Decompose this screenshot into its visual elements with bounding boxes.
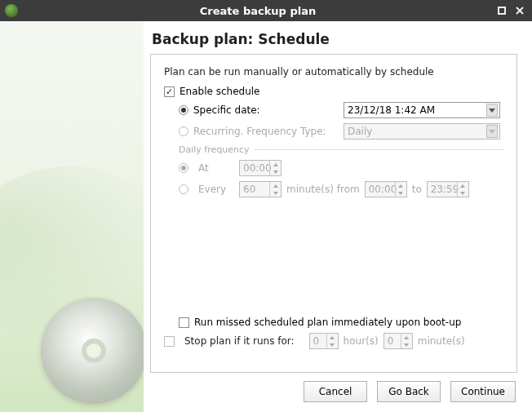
spinner-buttons xyxy=(457,182,468,197)
frequency-type-field: Daily xyxy=(344,123,500,140)
spinner-buttons xyxy=(269,161,281,175)
every-value: 60 xyxy=(240,184,269,195)
stop-hours-value: 0 xyxy=(310,335,326,347)
spinner-buttons xyxy=(269,182,281,197)
schedule-panel: Plan can be run manually or automaticall… xyxy=(150,54,517,373)
every-radio xyxy=(179,184,188,194)
every-unit-label: minute(s) from xyxy=(286,184,360,195)
close-button[interactable] xyxy=(512,3,527,18)
recurring-radio[interactable] xyxy=(179,126,188,136)
svg-rect-0 xyxy=(499,7,505,14)
page-title: Backup plan: Schedule xyxy=(150,31,517,47)
at-radio xyxy=(179,163,188,173)
specific-date-field[interactable]: 23/12/18 1:42 AM xyxy=(344,102,500,118)
stop-minutes-label: minute(s) xyxy=(418,335,465,347)
spinner-buttons xyxy=(395,182,406,197)
app-icon xyxy=(5,4,18,17)
enable-schedule-checkbox[interactable] xyxy=(164,86,175,97)
run-missed-checkbox[interactable] xyxy=(179,317,189,328)
titlebar: Create backup plan xyxy=(0,0,532,21)
every-value-spinner: 60 xyxy=(239,181,282,197)
continue-button[interactable]: Continue xyxy=(450,381,516,402)
every-from-spinner: 00:00 xyxy=(365,181,407,197)
specific-date-radio[interactable] xyxy=(179,105,188,115)
every-to-value: 23:59 xyxy=(428,184,457,195)
spinner-buttons xyxy=(401,334,412,348)
specific-date-label: Specific date: xyxy=(193,104,344,116)
at-label: At xyxy=(198,162,234,174)
stop-hours-spinner: 0 xyxy=(309,333,339,349)
at-time-spinner: 00:00 xyxy=(239,160,282,176)
stop-hours-label: hour(s) xyxy=(344,335,379,347)
wizard-footer: Cancel Go Back Continue xyxy=(150,373,517,402)
go-back-button[interactable]: Go Back xyxy=(377,381,441,402)
stop-plan-checkbox[interactable] xyxy=(164,336,175,347)
every-label: Every xyxy=(198,184,234,195)
close-icon xyxy=(516,7,524,15)
every-from-value: 00:00 xyxy=(366,184,395,195)
enable-schedule-label: Enable schedule xyxy=(180,86,259,97)
window-title: Create backup plan xyxy=(24,5,491,17)
daily-frequency-legend: Daily frequency xyxy=(179,144,503,155)
recurring-label: Recurring. Frequency Type: xyxy=(193,126,344,137)
every-to-spinner: 23:59 xyxy=(427,181,469,197)
intro-text: Plan can be run manually or automaticall… xyxy=(164,66,503,78)
dropdown-arrow-icon xyxy=(486,104,498,117)
run-missed-label: Run missed scheduled plan immediately up… xyxy=(194,317,461,328)
maximize-icon xyxy=(498,7,506,15)
wizard-sidebar xyxy=(0,21,144,412)
frequency-type-value: Daily xyxy=(348,126,372,137)
stop-minutes-value: 0 xyxy=(384,335,401,347)
at-time-value: 00:00 xyxy=(240,162,269,174)
spinner-buttons xyxy=(326,334,338,348)
dropdown-arrow-icon xyxy=(486,125,498,138)
stop-plan-label: Stop plan if it runs for: xyxy=(184,335,295,347)
specific-date-value: 23/12/18 1:42 AM xyxy=(348,104,435,116)
maximize-button[interactable] xyxy=(494,3,509,18)
every-to-label: to xyxy=(412,184,422,195)
cancel-button[interactable]: Cancel xyxy=(304,381,367,402)
disc-graphic xyxy=(41,298,144,404)
stop-minutes-spinner: 0 xyxy=(383,333,413,349)
